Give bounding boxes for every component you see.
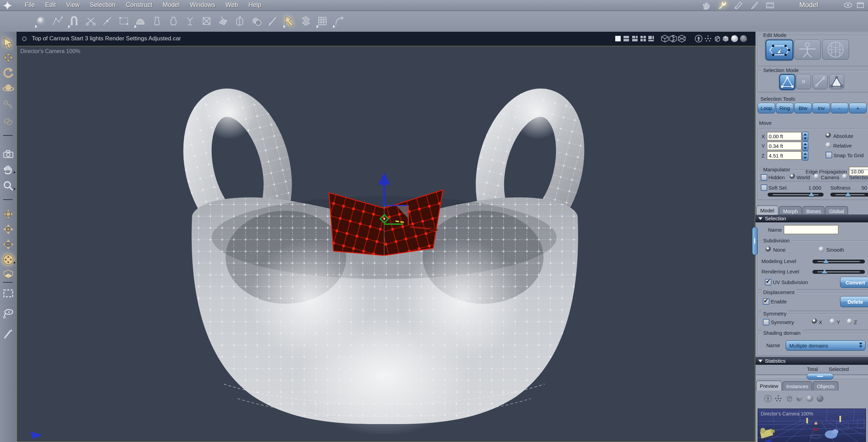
assemble-hand-icon[interactable] [701,0,712,11]
marquee-icon[interactable] [2,288,14,299]
edit-mode-skeleton-button[interactable] [794,40,821,60]
selection-grow-button[interactable]: + [849,103,867,113]
selection-mode-face-button[interactable] [829,74,844,89]
sweep-icon[interactable] [183,14,197,28]
grid-plane-2-icon[interactable] [669,34,677,43]
selection-ring-button[interactable]: Ring [776,103,794,113]
eyedropper-icon[interactable] [2,99,14,110]
move-absolute-radio[interactable] [826,133,831,138]
manipulator-camera-label[interactable]: Camera [821,174,839,180]
weld-icon[interactable] [101,14,114,28]
softness-slider[interactable] [830,193,868,197]
symmetry-x-radio[interactable] [812,319,817,324]
shader-brush-icon[interactable] [749,0,759,11]
symmetry-y-label[interactable]: Y [837,319,840,325]
polyline-icon[interactable] [51,14,64,28]
boolean-icon[interactable] [250,14,263,28]
render-film-icon[interactable] [765,0,775,11]
snap-to-grid-label[interactable]: Snap To Grid [834,152,864,158]
subdivision-none-label[interactable]: None [773,247,786,253]
scene-preview-thumbnail[interactable]: Director's Camera 100% [758,409,866,442]
symmetry-z-radio[interactable] [847,319,852,324]
soft-selection-slider[interactable] [768,193,824,197]
link-icon[interactable] [2,116,14,128]
wrap-icon[interactable] [233,14,246,28]
menu-help[interactable]: Help [249,1,261,9]
scale-ring-icon[interactable] [2,82,14,94]
layout-corner-icon[interactable] [647,34,655,43]
manipulator-world-label[interactable]: World [797,174,810,180]
tab-bones[interactable]: Bones [802,206,825,215]
convert-button[interactable]: Convert [840,277,868,288]
tab-model[interactable]: Model [756,205,778,215]
manipulator-selection-radio[interactable] [842,174,848,179]
magnet-icon[interactable] [68,14,81,28]
move-arrows-icon[interactable] [2,52,14,63]
preview-direction-icon[interactable] [764,394,772,403]
fill-polygon-icon[interactable] [217,14,230,28]
edit-mode-uv-sphere-button[interactable] [822,40,849,60]
menu-web[interactable]: Web [226,1,238,9]
move-y-stepper[interactable] [802,141,808,151]
lasso-icon[interactable] [2,308,14,319]
preview-solid-cube-icon[interactable] [795,394,804,403]
dome-icon[interactable] [134,14,147,28]
preview-shaded-sphere-icon[interactable] [806,394,814,403]
displacement-enable-label[interactable]: Enable [771,299,787,304]
move-z-input[interactable] [767,151,801,160]
layout-single-icon[interactable] [614,34,622,43]
tab-instances[interactable]: Instances [782,381,812,391]
zoom-icon[interactable] [2,180,14,192]
symmetry-checkbox-label[interactable]: Symmetry [771,319,794,325]
layout-two-icon[interactable] [622,34,630,43]
grid-plane-1-icon[interactable] [661,34,669,43]
panel-splitter-handle[interactable] [752,227,758,255]
selection-mode-vertex-button[interactable] [779,74,795,90]
grid-plane-3-icon[interactable] [678,34,686,43]
preview-scatter-icon[interactable] [774,394,782,403]
textured-sphere-icon[interactable] [739,34,748,43]
eye-icon[interactable] [844,2,852,10]
window-shade-icon[interactable] [857,2,864,10]
selection-section-header[interactable]: Selection [756,214,868,222]
pan-hand-icon[interactable] [2,163,14,175]
sphere-primitive-icon[interactable] [34,14,48,28]
menu-file[interactable]: File [25,1,35,9]
selection-name-input[interactable] [784,225,838,234]
scissors-icon[interactable] [84,14,97,28]
modeling-level-slider[interactable] [812,260,865,263]
selection-mode-edge-button[interactable] [812,74,828,89]
snap-to-grid-checkbox[interactable] [826,152,832,158]
texture-pencil-icon[interactable] [733,0,744,11]
soft-selection-label[interactable]: Soft Sel. [768,185,788,191]
selection-between-button[interactable]: Btw [794,103,812,113]
manipulator-hidden-label[interactable]: Hidden [768,174,785,180]
uv-subdivision-checkbox[interactable] [765,279,771,285]
push-arrow-icon[interactable] [283,14,296,28]
preset-scatter-icon[interactable] [704,34,712,43]
edit-mode-vertex-button[interactable] [766,40,793,60]
manipulator-camera-radio[interactable] [814,174,819,179]
mesh-grid-icon[interactable] [316,14,329,28]
displacement-enable-checkbox[interactable] [763,298,769,305]
symmetry-checkbox[interactable] [763,319,769,325]
selection-invert-button[interactable]: Inv [812,103,830,113]
move-z-stepper[interactable] [802,151,808,161]
translate-orbit-icon[interactable] [2,239,14,250]
wireframe-cube-icon[interactable] [713,34,721,43]
delete-button[interactable]: Delete [840,296,868,307]
rendering-level-slider[interactable] [812,270,865,274]
subdivision-smooth-label[interactable]: Smooth [826,247,844,253]
manipulator-hidden-checkbox[interactable] [761,174,767,181]
uv-subdivision-label[interactable]: UV Subdivision [773,279,808,285]
selection-mode-point-button[interactable] [796,74,811,89]
layout-four-icon[interactable] [639,34,647,43]
thicken-icon[interactable] [299,14,312,28]
tab-objects[interactable]: Objects [813,381,838,391]
model-wrench-icon[interactable] [717,0,728,11]
tab-preview[interactable]: Preview [756,381,782,391]
menu-windows[interactable]: Windows [190,1,215,9]
preview-wireframe-cube-icon[interactable] [785,394,793,403]
tab-global[interactable]: Global [825,206,848,215]
extrude-icon[interactable] [167,14,180,28]
